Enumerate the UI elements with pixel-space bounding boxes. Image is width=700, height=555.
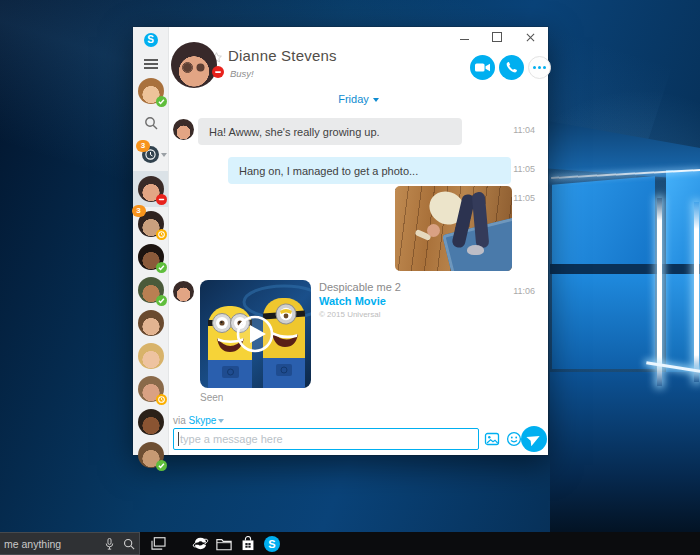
contact-mood-message: Busy! [230, 68, 254, 79]
video-call-button[interactable] [470, 55, 495, 80]
message-avatar [173, 281, 194, 302]
sidebar-contact[interactable] [133, 372, 168, 405]
taskbar-search-text: me anything [4, 538, 99, 550]
seen-indicator: Seen [200, 392, 223, 403]
status-available-icon [156, 96, 167, 107]
contact-avatar [138, 442, 164, 468]
task-view-icon[interactable] [146, 532, 170, 555]
minimize-button[interactable] [456, 30, 472, 44]
attach-photo-icon[interactable] [484, 431, 500, 447]
internet-explorer-icon[interactable] [188, 532, 212, 555]
contact-avatar [138, 343, 164, 369]
skype-taskbar-icon[interactable] [260, 532, 284, 555]
contact-avatar[interactable] [171, 42, 217, 88]
maximize-button[interactable] [489, 30, 505, 44]
menu-icon[interactable] [144, 57, 158, 71]
contact-avatar: 3 [138, 211, 164, 237]
video-card-meta: Despicable me 2 Watch Movie © 2015 Unive… [319, 281, 401, 320]
toddler-shoe [467, 245, 484, 255]
contact-avatar [138, 176, 164, 202]
recents-unread-badge: 3 [136, 140, 150, 152]
sidebar-contact[interactable] [133, 273, 168, 306]
chevron-down-icon [373, 98, 379, 102]
via-service-selector[interactable]: via Skype [173, 415, 224, 426]
status-available-icon [156, 460, 167, 471]
status-available-icon [156, 295, 167, 306]
contact-avatar [138, 244, 164, 270]
status-busy-icon [156, 194, 167, 205]
video-copyright: © 2015 Universal [319, 310, 401, 320]
chevron-down-icon [161, 153, 167, 157]
search-icon[interactable] [144, 116, 158, 134]
contact-list: 3 [133, 171, 168, 471]
video-title: Despicable me 2 [319, 281, 401, 295]
message-time: 11:05 [513, 193, 535, 203]
sidebar-contact[interactable] [133, 240, 168, 273]
logo-vertical-light [657, 198, 662, 386]
video-card-thumbnail[interactable] [200, 280, 311, 388]
unread-badge: 3 [132, 205, 146, 217]
text-caret [178, 432, 179, 446]
windows-taskbar: me anything [0, 532, 700, 555]
close-button[interactable] [522, 30, 538, 44]
toddler-head [427, 224, 440, 237]
logo-vertical-light [694, 202, 699, 382]
sidebar-contact[interactable] [133, 405, 168, 438]
contact-avatar [138, 310, 164, 336]
sidebar-contact[interactable] [133, 306, 168, 339]
watch-movie-link[interactable]: Watch Movie [319, 295, 401, 309]
status-away-icon [156, 229, 167, 240]
logo-floor [550, 372, 700, 532]
message-avatar [173, 119, 194, 140]
incoming-message: Ha! Awww, she's really growing up. [198, 118, 462, 145]
via-service-name: Skype [189, 415, 217, 426]
status-busy-icon [212, 66, 224, 78]
chevron-down-icon [218, 419, 224, 423]
window-titlebar [169, 27, 548, 47]
file-explorer-icon[interactable] [212, 532, 236, 555]
windows-logo-pane [552, 176, 655, 264]
skype-logo-icon [144, 33, 158, 47]
skype-window: 3 3 Dianne Stevens Busy! [133, 27, 548, 455]
outgoing-message: Hang on, I managed to get a photo... [228, 157, 511, 184]
recents-icon[interactable]: 3 [142, 146, 159, 163]
sidebar-contact[interactable] [133, 339, 168, 372]
self-avatar[interactable] [138, 78, 164, 104]
emoticon-icon[interactable] [506, 431, 522, 447]
windows-store-icon[interactable] [236, 532, 260, 555]
taskbar-search-box[interactable]: me anything [0, 532, 140, 555]
search-icon[interactable] [119, 532, 139, 555]
status-away-icon [156, 394, 167, 405]
message-time: 11:04 [513, 125, 535, 135]
contact-avatar [138, 376, 164, 402]
desktop: 3 3 Dianne Stevens Busy! [0, 0, 700, 555]
shared-photo[interactable] [395, 186, 512, 271]
message-time: 11:06 [513, 286, 535, 296]
sidebar-contact[interactable]: 3 [133, 207, 168, 240]
sidebar-contact[interactable] [133, 171, 168, 207]
sidebar-contact[interactable] [133, 438, 168, 471]
chat-panel: Dianne Stevens Busy! Friday Ha! Awww, sh… [169, 27, 548, 455]
logo-horizontal-gap [550, 264, 700, 274]
date-separator[interactable]: Friday [169, 93, 548, 105]
send-button[interactable] [521, 426, 547, 452]
status-available-icon [156, 262, 167, 273]
message-time: 11:05 [513, 164, 535, 174]
contact-avatar [138, 409, 164, 435]
windows-logo-pane [552, 274, 655, 369]
contact-avatar [138, 277, 164, 303]
more-options-button[interactable] [528, 56, 551, 79]
sidebar: 3 3 [133, 27, 169, 455]
contact-name: Dianne Stevens [228, 47, 337, 64]
voice-call-button[interactable] [499, 55, 524, 80]
message-input[interactable] [173, 428, 479, 450]
microphone-icon[interactable] [99, 532, 119, 555]
glasses [182, 62, 193, 73]
